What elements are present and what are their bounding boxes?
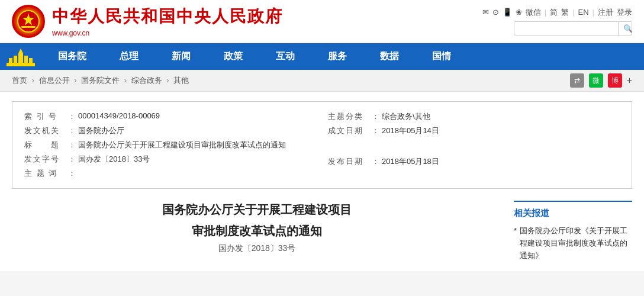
phone-icon[interactable]: 📱	[503, 8, 512, 17]
label-zhutici: 主 题 词	[24, 168, 66, 179]
doc-info-row-fabu: 发布日期 ： 2018年05月18日	[328, 156, 620, 167]
doc-info-row-suoyin: 索 引 号 ： 000014349/2018-00069	[24, 111, 316, 122]
article-subtitle: 国办发〔2018〕33号	[12, 243, 502, 254]
svg-rect-8	[29, 58, 33, 63]
doc-info-row-fawenjiguan: 发文机关 ： 国务院办公厅	[24, 126, 316, 136]
doc-info-right: 主题分类 ： 综合政务\其他 成文日期 ： 2018年05月14日 发布日期 ：…	[328, 111, 620, 179]
value-chengwen: 2018年05月14日	[382, 126, 439, 136]
main-content: 索 引 号 ： 000014349/2018-00069 发文机关 ： 国务院办…	[0, 92, 644, 271]
search-button[interactable]: 🔍	[618, 22, 632, 36]
svg-rect-3	[7, 63, 35, 66]
label-suoyin: 索 引 号	[24, 111, 66, 122]
value-biaoti: 国务院办公厅关于开展工程建设项目审批制度改革试点的通知	[78, 140, 286, 150]
weibo-flower-icon[interactable]: ❀	[516, 8, 522, 17]
email-icon[interactable]: ✉	[482, 8, 489, 17]
nav-item-fuwu[interactable]: 服务	[311, 43, 363, 70]
header: 中华人民共和国中央人民政府 www.gov.cn ✉ ⊙ 📱 ❀ 微信 | 简 …	[0, 0, 644, 43]
header-left: 中华人民共和国中央人民政府 www.gov.cn	[12, 5, 283, 38]
breadcrumb-other[interactable]: 其他	[173, 76, 189, 85]
label-biaoti: 标 题	[24, 140, 66, 150]
nav-item-hudong[interactable]: 互动	[259, 43, 311, 70]
content-sidebar: 相关报道 国务院办公厅印发《关于开展工程建设项目审批制度改革试点的通知》	[514, 201, 632, 262]
breadcrumb-share: ⇄ 微 博 +	[570, 73, 632, 88]
doc-info-row-biaoti: 标 题 ： 国务院办公厅关于开展工程建设项目审批制度改革试点的通知	[24, 140, 316, 150]
svg-rect-5	[14, 56, 17, 63]
breadcrumb-bar: 首页 › 信息公开 › 国务院文件 › 综合政务 › 其他 ⇄ 微 博 +	[0, 70, 644, 92]
doc-info-row-chengwen: 成文日期 ： 2018年05月14日	[328, 126, 620, 136]
nav-item-xinwen[interactable]: 新闻	[155, 43, 207, 70]
label-fabu: 发布日期	[328, 156, 369, 167]
nav-item-zhengce[interactable]: 政策	[207, 43, 259, 70]
breadcrumb-home[interactable]: 首页	[12, 76, 27, 85]
header-icon-bar: ✉ ⊙ 📱 ❀ 微信 | 简 繁 | EN | 注册 登录	[482, 7, 632, 18]
nav-building-icon	[5, 46, 36, 67]
value-suoyin: 000014349/2018-00069	[78, 111, 160, 120]
divider3: |	[593, 8, 594, 17]
value-fawenzihao: 国办发〔2018〕33号	[78, 154, 150, 165]
nav-item-guoqing[interactable]: 国情	[416, 43, 468, 70]
register-link[interactable]: 注册	[598, 7, 613, 18]
label-zhutifenlei: 主题分类	[328, 111, 369, 122]
share-icon[interactable]: ⇄	[570, 73, 584, 88]
doc-info-grid: 索 引 号 ： 000014349/2018-00069 发文机关 ： 国务院办…	[24, 111, 620, 179]
header-right: ✉ ⊙ 📱 ❀ 微信 | 简 繁 | EN | 注册 登录 🔍	[482, 7, 632, 36]
nav-logo	[0, 46, 41, 67]
breadcrumb-sep2: ›	[74, 76, 79, 85]
sidebar-related-title: 相关报道	[514, 208, 632, 219]
breadcrumb-zhengwu[interactable]: 综合政务	[131, 76, 162, 85]
divider2: |	[572, 8, 574, 17]
svg-rect-6	[18, 53, 23, 63]
breadcrumb-sep1: ›	[32, 76, 37, 85]
svg-rect-7	[24, 56, 28, 63]
traditional-chinese-link[interactable]: 繁	[561, 7, 569, 18]
svg-rect-4	[9, 58, 12, 63]
nav-item-guowuyuan[interactable]: 国务院	[41, 43, 103, 70]
sidebar-related: 相关报道 国务院办公厅印发《关于开展工程建设项目审批制度改革试点的通知》	[514, 201, 632, 262]
breadcrumb-sep4: ›	[166, 76, 171, 85]
breadcrumb-xinxi[interactable]: 信息公开	[39, 76, 70, 85]
circle-icon[interactable]: ⊙	[492, 8, 499, 17]
doc-info-row-fawenzihao: 发文字号 ： 国办发〔2018〕33号	[24, 154, 316, 165]
doc-info-box: 索 引 号 ： 000014349/2018-00069 发文机关 ： 国务院办…	[12, 101, 632, 189]
sidebar-related-item[interactable]: 国务院办公厅印发《关于开展工程建设项目审批制度改革试点的通知》	[514, 225, 632, 262]
search-input[interactable]	[514, 22, 618, 36]
content-area: 国务院办公厅关于开展工程建设项目 审批制度改革试点的通知 国办发〔2018〕33…	[12, 201, 632, 262]
simplified-chinese-link[interactable]: 简	[550, 7, 558, 18]
nav-item-zongli[interactable]: 总理	[103, 43, 155, 70]
logo-title: 中华人民共和国中央人民政府	[52, 5, 283, 28]
value-fabu: 2018年05月18日	[382, 156, 439, 167]
search-bar: 🔍	[514, 21, 632, 36]
login-link[interactable]: 登录	[617, 7, 632, 18]
doc-info-row-empty	[328, 140, 620, 153]
svg-marker-9	[18, 49, 23, 53]
weibo-share-icon[interactable]: 博	[608, 73, 622, 88]
main-nav: 国务院 总理 新闻 政策 互动 服务 数据 国情	[0, 43, 644, 70]
wechat-share-icon[interactable]: 微	[589, 73, 603, 88]
logo-text: 中华人民共和国中央人民政府 www.gov.cn	[52, 5, 283, 37]
share-plus-icon[interactable]: +	[627, 75, 632, 86]
breadcrumb: 首页 › 信息公开 › 国务院文件 › 综合政务 › 其他	[12, 75, 189, 86]
doc-info-row-zhutici: 主 题 词 ：	[24, 168, 316, 179]
english-link[interactable]: EN	[578, 8, 589, 17]
breadcrumb-guowuyuan-file[interactable]: 国务院文件	[81, 76, 120, 85]
article-title-line2: 审批制度改革试点的通知	[12, 222, 502, 240]
label-fawenjiguan: 发文机关	[24, 126, 66, 136]
national-emblem	[12, 5, 45, 38]
article-title-line1: 国务院办公厅关于开展工程建设项目	[12, 201, 502, 218]
value-fawenjiguan: 国务院办公厅	[78, 126, 124, 136]
content-main: 国务院办公厅关于开展工程建设项目 审批制度改革试点的通知 国办发〔2018〕33…	[12, 201, 502, 262]
wechat-icon[interactable]: 微信	[526, 7, 541, 18]
label-fawenzihao: 发文字号	[24, 154, 66, 165]
doc-info-left: 索 引 号 ： 000014349/2018-00069 发文机关 ： 国务院办…	[24, 111, 316, 179]
value-zhutifenlei: 综合政务\其他	[382, 111, 430, 122]
svg-rect-2	[21, 26, 36, 28]
divider1: |	[545, 8, 546, 17]
breadcrumb-sep3: ›	[124, 76, 129, 85]
nav-items: 国务院 总理 新闻 政策 互动 服务 数据 国情	[41, 43, 644, 70]
logo-url: www.gov.cn	[52, 29, 283, 37]
doc-info-row-zhutifenlei: 主题分类 ： 综合政务\其他	[328, 111, 620, 122]
label-chengwen: 成文日期	[328, 126, 369, 136]
nav-item-shuju[interactable]: 数据	[363, 43, 416, 70]
